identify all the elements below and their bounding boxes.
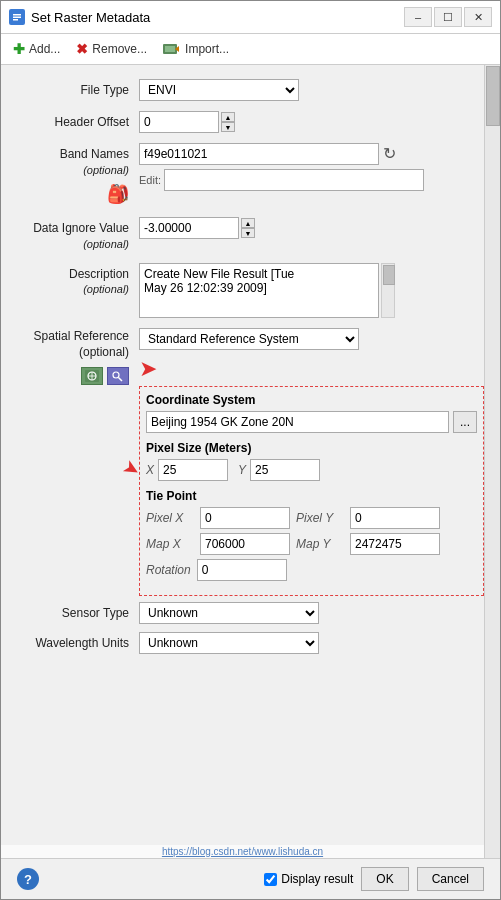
map-x-input[interactable] (200, 533, 290, 555)
content-scrollbar-thumb (486, 66, 500, 126)
description-label: Description (optional) (9, 263, 139, 298)
arrow-container: ➤ (139, 356, 484, 382)
header-offset-down[interactable]: ▼ (221, 122, 235, 132)
map-y-label: Map Y (296, 537, 344, 551)
refresh-icon[interactable]: ↻ (383, 144, 396, 163)
spatial-ref-label: Spatial Reference (optional) (9, 328, 139, 386)
spatial-ref-type-row: Standard Reference System (139, 328, 484, 350)
spatial-ref-icon1[interactable] (81, 367, 103, 385)
tie-pixel-x-label: Pixel X (146, 511, 194, 525)
map-y-input[interactable] (350, 533, 440, 555)
header-offset-label: Header Offset (9, 111, 139, 131)
pixel-x-item: X (146, 459, 228, 481)
svg-rect-1 (13, 14, 21, 16)
file-type-label: File Type (9, 79, 139, 99)
content-area: File Type ENVI Header Offset ▲ ▼ (1, 65, 500, 858)
display-result-label[interactable]: Display result (264, 872, 353, 886)
band-names-input[interactable] (139, 143, 379, 165)
help-button[interactable]: ? (17, 868, 39, 890)
svg-rect-2 (13, 17, 21, 19)
band-names-wrap: ↻ (139, 143, 484, 165)
restore-button[interactable]: ☐ (434, 7, 462, 27)
form-area: File Type ENVI Header Offset ▲ ▼ (1, 75, 500, 666)
header-offset-up[interactable]: ▲ (221, 112, 235, 122)
import-icon (163, 42, 181, 56)
window-title: Set Raster Metadata (31, 10, 398, 25)
close-button[interactable]: ✕ (464, 7, 492, 27)
window-icon (9, 9, 25, 25)
file-type-row: File Type ENVI (9, 79, 484, 101)
header-offset-input[interactable] (139, 111, 219, 133)
watermark: https://blog.csdn.net/www.lishuda.cn (1, 845, 484, 858)
pixel-size-x-input[interactable] (158, 459, 228, 481)
cancel-button[interactable]: Cancel (417, 867, 484, 891)
header-offset-wrap: ▲ ▼ (139, 111, 484, 133)
band-names-control: ↻ Edit: (139, 143, 484, 191)
tie-point-section: Tie Point Pixel X Pixel Y Map X Map Y (146, 489, 477, 581)
rotation-row: Rotation (146, 559, 477, 581)
coord-system-input[interactable] (146, 411, 449, 433)
description-input[interactable]: Create New File Result [Tue May 26 12:02… (139, 263, 379, 318)
description-row: Description (optional) Create New File R… (9, 263, 484, 318)
data-ignore-up[interactable]: ▲ (241, 218, 255, 228)
tie-pixel-x-input[interactable] (200, 507, 290, 529)
wavelength-units-label: Wavelength Units (9, 636, 139, 650)
spatial-reference-row: Spatial Reference (optional) (9, 328, 484, 596)
rotation-label: Rotation (146, 563, 191, 577)
red-arrow-icon: ➤ (139, 356, 157, 382)
sensor-type-row: Sensor Type Unknown (9, 602, 484, 624)
add-button[interactable]: ✚ Add... (9, 39, 64, 59)
title-bar: Set Raster Metadata – ☐ ✕ (1, 1, 500, 34)
ok-button[interactable]: OK (361, 867, 408, 891)
coord-system-browse-button[interactable]: ... (453, 411, 477, 433)
tie-pixel-y-input[interactable] (350, 507, 440, 529)
map-x-label: Map X (146, 537, 194, 551)
band-names-edit-input[interactable] (164, 169, 424, 191)
band-names-label: Band Names (optional) 🎒 (9, 143, 139, 207)
sensor-type-select[interactable]: Unknown (139, 602, 319, 624)
spatial-ref-type-select[interactable]: Standard Reference System (139, 328, 359, 350)
sensor-type-label: Sensor Type (9, 606, 139, 620)
description-control: Create New File Result [Tue May 26 12:02… (139, 263, 484, 318)
spatial-ref-icons (9, 367, 129, 385)
display-result-text: Display result (281, 872, 353, 886)
toolbar: ✚ Add... ✖ Remove... Import... (1, 34, 500, 65)
wavelength-units-row: Wavelength Units Unknown (9, 632, 484, 654)
pixel-x-label: X (146, 463, 154, 477)
rotation-input[interactable] (197, 559, 287, 581)
band-names-edit-area: Edit: (139, 169, 484, 191)
data-ignore-row: Data Ignore Value (optional) ▲ ▼ (9, 217, 484, 252)
tie-pixel-y-label: Pixel Y (296, 511, 344, 525)
pixel-y-label: Y (238, 463, 246, 477)
tie-point-pixel-row: Pixel X Pixel Y (146, 507, 477, 529)
data-ignore-label: Data Ignore Value (optional) (9, 217, 139, 252)
import-label: Import... (185, 42, 229, 56)
pixel-size-y-input[interactable] (250, 459, 320, 481)
svg-rect-5 (165, 46, 175, 52)
import-button[interactable]: Import... (159, 40, 233, 58)
minimize-button[interactable]: – (404, 7, 432, 27)
description-textarea-wrap: Create New File Result [Tue May 26 12:02… (139, 263, 484, 318)
remove-label: Remove... (92, 42, 147, 56)
data-ignore-spinners: ▲ ▼ (241, 218, 255, 238)
header-offset-control: ▲ ▼ (139, 111, 484, 133)
coordinate-system-section: Coordinate System ... (146, 393, 477, 433)
pixel-y-item: Y (238, 459, 320, 481)
window-controls: – ☐ ✕ (404, 7, 492, 27)
pixel-xy-row: X Y (146, 459, 477, 481)
add-icon: ✚ (13, 41, 25, 57)
wavelength-units-select[interactable]: Unknown (139, 632, 319, 654)
file-type-select[interactable]: ENVI (139, 79, 299, 101)
display-result-checkbox[interactable] (264, 873, 277, 886)
tie-point-heading: Tie Point (146, 489, 477, 503)
header-offset-row: Header Offset ▲ ▼ (9, 111, 484, 133)
remove-button[interactable]: ✖ Remove... (72, 39, 151, 59)
content-scrollbar[interactable] (484, 65, 500, 858)
data-ignore-down[interactable]: ▼ (241, 228, 255, 238)
spatial-ref-icon2[interactable] (107, 367, 129, 385)
description-scrollbar-thumb (383, 265, 395, 285)
pixel-size-heading: Pixel Size (Meters) (146, 441, 477, 455)
spatial-ref-content: Standard Reference System ➤ Coordinate S… (139, 328, 484, 596)
band-names-row: Band Names (optional) 🎒 ↻ Edit: (9, 143, 484, 207)
data-ignore-input[interactable] (139, 217, 239, 239)
